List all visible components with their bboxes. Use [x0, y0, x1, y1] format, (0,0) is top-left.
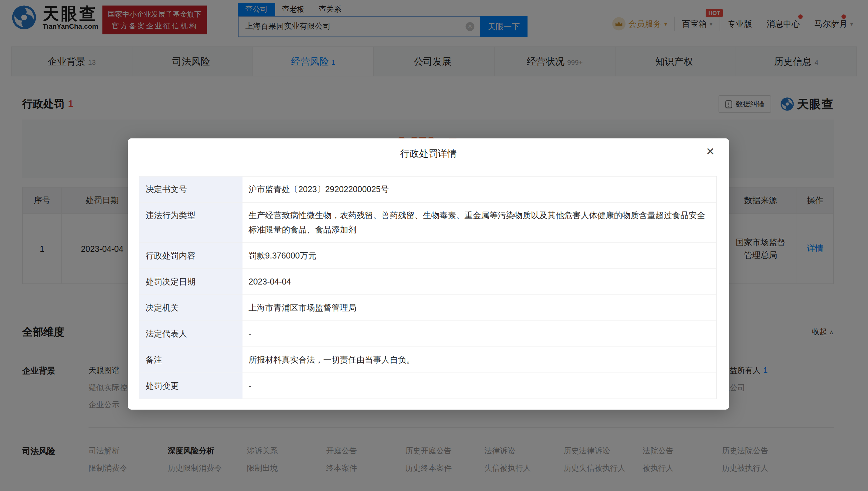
modal-row: 处罚变更 -	[140, 373, 716, 399]
row-label: 法定代表人	[140, 321, 242, 346]
modal-row: 处罚决定日期 2023-04-04	[140, 269, 716, 295]
row-label: 备注	[140, 347, 242, 372]
modal-row: 违法行为类型 生产经营致病性微生物，农药残留、兽药残留、生物毒素、重金属等污染物…	[140, 202, 716, 243]
row-value: 2023-04-04	[242, 269, 716, 294]
row-label: 违法行为类型	[140, 202, 242, 242]
row-label: 行政处罚内容	[140, 243, 242, 268]
row-value: 生产经营致病性微生物，农药残留、兽药残留、生物毒素、重金属等污染物质以及其他危害…	[242, 202, 716, 242]
row-value: 罚款9.376000万元	[242, 243, 716, 268]
modal-detail-table: 决定书文号 沪市监青处〔2023〕292022000025号 违法行为类型 生产…	[139, 176, 717, 399]
row-value: 上海市青浦区市场监督管理局	[242, 295, 716, 320]
row-value: -	[242, 321, 716, 346]
modal-row: 行政处罚内容 罚款9.376000万元	[140, 243, 716, 269]
modal-row: 决定机关 上海市青浦区市场监督管理局	[140, 295, 716, 321]
row-label: 处罚决定日期	[140, 269, 242, 294]
close-icon[interactable]: ✕	[706, 146, 715, 157]
modal-title: 行政处罚详情	[128, 138, 729, 160]
row-label: 决定机关	[140, 295, 242, 320]
row-value: -	[242, 373, 716, 398]
row-value: 沪市监青处〔2023〕292022000025号	[242, 176, 716, 202]
row-label: 决定书文号	[140, 176, 242, 202]
modal-row: 备注 所报材料真实合法，一切责任由当事人自负。	[140, 347, 716, 373]
page: 天眼查 TianYanCha.com 国家中小企业发展子基金旗下 官方备案企业征…	[0, 0, 868, 491]
modal-row: 法定代表人 -	[140, 321, 716, 347]
row-label: 处罚变更	[140, 373, 242, 398]
modal-row: 决定书文号 沪市监青处〔2023〕292022000025号	[140, 176, 716, 202]
penalty-detail-modal: 行政处罚详情 ✕ 决定书文号 沪市监青处〔2023〕292022000025号 …	[128, 138, 729, 410]
row-value: 所报材料真实合法，一切责任由当事人自负。	[242, 347, 716, 372]
